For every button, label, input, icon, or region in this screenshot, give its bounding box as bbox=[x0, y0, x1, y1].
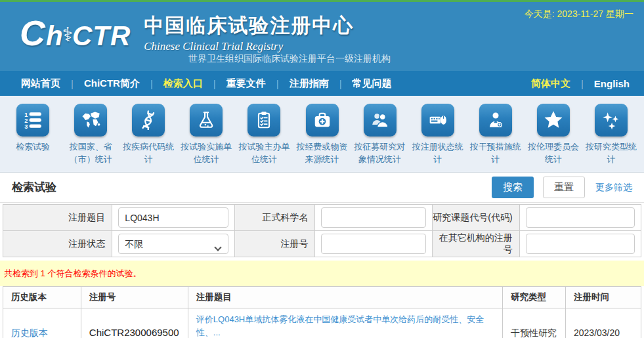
quick-link-by-study-type[interactable]: 按研究类型统计 bbox=[582, 104, 640, 172]
col-reg-title: 注册题目 bbox=[188, 287, 502, 308]
quick-link-by-funding-source[interactable]: 按经费或物资来源统计 bbox=[293, 104, 351, 172]
search-section-header: 检索试验 搜索 重置 更多筛选 bbox=[0, 173, 644, 203]
quick-link-by-sponsor-unit[interactable]: 按试验主办单位统计 bbox=[235, 104, 293, 172]
nav-item-faq[interactable]: 常见问题 bbox=[349, 77, 396, 90]
other-reg-number-label: 在其它机构的注册号 bbox=[432, 231, 519, 257]
site-title-cn: 中国临床试验注册中心 bbox=[144, 12, 354, 39]
lang-english[interactable]: English bbox=[590, 78, 633, 89]
history-version-link[interactable]: 历史版本 bbox=[11, 327, 48, 338]
reg-status-select[interactable]: 不限 bbox=[118, 234, 228, 254]
col-reg-date: 注册时间 bbox=[565, 287, 641, 308]
quick-link-by-intervention[interactable]: 按干预措施统计 bbox=[467, 104, 525, 172]
quick-link-by-implementing-unit[interactable]: 按试验实施单位统计 bbox=[177, 104, 235, 172]
reg-title-label: 注册题目 bbox=[3, 205, 112, 231]
today-date: 今天是: 2023-11-27 星期一 bbox=[525, 9, 633, 20]
nav-separator: | bbox=[150, 78, 153, 89]
nav-separator: | bbox=[276, 78, 279, 89]
col-history-version: 历史版本 bbox=[3, 287, 81, 308]
nav-separator: | bbox=[581, 78, 584, 89]
clipboard-icon bbox=[247, 104, 280, 137]
quick-link-by-registration-status[interactable]: 按注册状态统计 bbox=[409, 104, 467, 172]
table-row: 历史版本 ChiCTR2300069500 评价LQ043H单域抗体雾化液在中国… bbox=[3, 308, 641, 338]
quick-link-by-disease-code[interactable]: 按疾病代码统计 bbox=[119, 104, 177, 172]
keyboard-mouse-icon bbox=[421, 104, 454, 137]
search-button[interactable]: 搜索 bbox=[492, 177, 534, 198]
more-filters-link[interactable]: 更多筛选 bbox=[595, 182, 632, 194]
trial-title-link[interactable]: 评价LQ043H单域抗体雾化液在中国健康受试者中单次给药后的耐受性、安全性、..… bbox=[196, 313, 494, 338]
quick-link-by-ethics-committee[interactable]: 按伦理委员会统计 bbox=[525, 104, 582, 172]
project-code-input[interactable] bbox=[526, 207, 635, 228]
reg-number-label: 注册号 bbox=[234, 231, 315, 257]
reg-number-input[interactable] bbox=[321, 234, 425, 254]
medical-bag-icon bbox=[306, 104, 339, 137]
results-header-row: 历史版本 注册号 注册题目 研究类型 注册时间 bbox=[3, 287, 641, 308]
col-study-type: 研究类型 bbox=[503, 287, 566, 308]
project-code-label: 研究课题代号(代码) bbox=[432, 205, 519, 231]
logo-text-post: CTR bbox=[72, 20, 131, 51]
nav-item-search-entry[interactable]: 检索入口 bbox=[160, 77, 207, 90]
sparkles-icon bbox=[595, 104, 628, 137]
world-map-icon bbox=[74, 104, 107, 137]
lang-simplified-chinese[interactable]: 简体中文 bbox=[527, 77, 574, 90]
page-title: 检索试验 bbox=[12, 180, 56, 195]
flask-icon bbox=[190, 104, 223, 137]
quick-link-by-country[interactable]: 按国家、省（市）统计 bbox=[62, 104, 119, 172]
nav-item-documents[interactable]: 重要文件 bbox=[223, 77, 270, 90]
logo-letter-c: C bbox=[20, 13, 46, 53]
nav-separator: | bbox=[71, 78, 74, 89]
nav-item-about[interactable]: ChiCTR简介 bbox=[80, 77, 144, 90]
reg-status-label: 注册状态 bbox=[3, 231, 112, 257]
site-header: CChh⚕CTR 中国临床试验注册中心 Chinese Clinical Tri… bbox=[0, 2, 644, 71]
registration-date-value: 2023/03/20 bbox=[574, 327, 620, 338]
nav-item-home[interactable]: 网站首页 bbox=[17, 77, 64, 90]
star-icon bbox=[537, 104, 570, 137]
quick-links-strip: 1 2 3 检索试验 按国家、省（市）统计 bbox=[0, 96, 644, 173]
scientific-name-input[interactable] bbox=[321, 207, 425, 228]
site-title-en: Chinese Clinical Trial Registry bbox=[144, 40, 354, 53]
nav-separator: | bbox=[213, 78, 216, 89]
chictr-logo[interactable]: CChh⚕CTR bbox=[20, 12, 131, 53]
doctor-icon bbox=[479, 104, 512, 137]
col-reg-number: 注册号 bbox=[81, 287, 188, 308]
who-tagline: 世界卫生组织国际临床试验注册平台一级注册机构 bbox=[188, 53, 391, 65]
registration-number: ChiCTR2300069500 bbox=[89, 327, 179, 338]
quick-link-search-trials[interactable]: 1 2 3 检索试验 bbox=[4, 104, 62, 172]
people-icon bbox=[364, 104, 397, 137]
results-table: 历史版本 注册号 注册题目 研究类型 注册时间 历史版本 ChiCTR23000… bbox=[3, 286, 641, 338]
search-form: 注册题目 正式科学名 研究课题代号(代码) 注册状态 不限 注册号 在其它机构的… bbox=[3, 204, 641, 257]
other-reg-number-input[interactable] bbox=[526, 234, 635, 254]
nav-separator: | bbox=[339, 78, 342, 89]
numbered-list-icon: 1 2 3 bbox=[16, 104, 49, 137]
site-title-block: 中国临床试验注册中心 Chinese Clinical Trial Regist… bbox=[144, 12, 354, 53]
quick-link-by-recruitment-status[interactable]: 按征募研究对象情况统计 bbox=[351, 104, 409, 172]
scientific-name-label: 正式科学名 bbox=[234, 205, 315, 231]
svg-text:3: 3 bbox=[24, 123, 28, 130]
study-type-value: 干预性研究 bbox=[511, 327, 557, 338]
dna-icon bbox=[132, 104, 165, 137]
reset-button[interactable]: 重置 bbox=[543, 177, 585, 198]
main-nav: 网站首页 | ChiCTR简介 | 检索入口 | 重要文件 | 注册指南 | 常… bbox=[0, 71, 644, 96]
logo-text: h bbox=[46, 20, 64, 51]
nav-item-guide[interactable]: 注册指南 bbox=[286, 77, 333, 90]
reg-title-input[interactable] bbox=[118, 207, 228, 228]
result-count-message: 共检索到 1 个符合检索条件的试验。 bbox=[0, 261, 644, 286]
